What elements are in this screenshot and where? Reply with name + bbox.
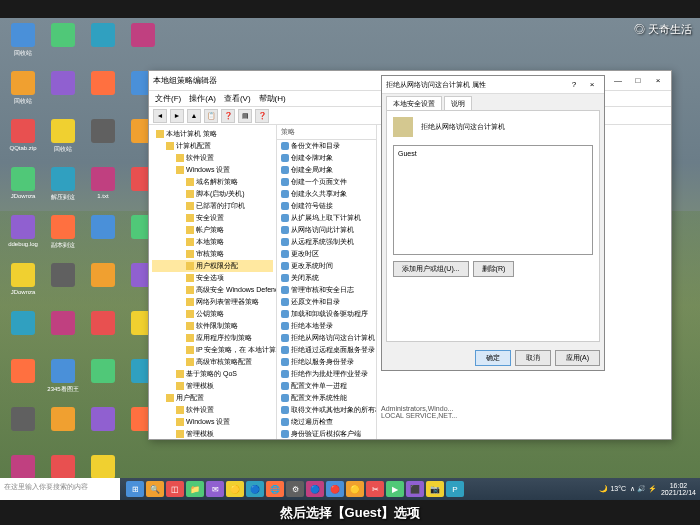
add-user-button[interactable]: 添加用户或组(U)... [393, 261, 469, 277]
policy-item[interactable]: 更改系统时间 [277, 260, 376, 272]
desktop-icon[interactable] [45, 407, 81, 449]
desktop-icon[interactable] [85, 23, 121, 65]
taskbar-item[interactable]: ⚙ [286, 481, 304, 497]
tree-node[interactable]: 公钥策略 [152, 308, 273, 320]
desktop-icon[interactable] [85, 311, 121, 353]
tree-node[interactable]: 脚本(启动/关机) [152, 188, 273, 200]
desktop-icon[interactable] [85, 71, 121, 113]
taskbar-item[interactable]: ⬛ [406, 481, 424, 497]
toolbar-button[interactable]: ◄ [153, 109, 167, 123]
tree-node[interactable]: 安全设置 [152, 212, 273, 224]
policy-item[interactable]: 取得文件或其他对象的所有权 [277, 404, 376, 416]
desktop-icon[interactable] [45, 311, 81, 353]
taskbar-item[interactable]: 🌐 [266, 481, 284, 497]
desktop-icon[interactable] [125, 23, 161, 65]
toolbar-button[interactable]: ► [170, 109, 184, 123]
menu-item[interactable]: 查看(V) [224, 93, 251, 104]
toolbar-button[interactable]: ▤ [238, 109, 252, 123]
policy-item[interactable]: 创建符号链接 [277, 200, 376, 212]
menu-item[interactable]: 文件(F) [155, 93, 181, 104]
tree-node[interactable]: 软件设置 [152, 404, 273, 416]
tree-node[interactable]: 安全选项 [152, 272, 273, 284]
desktop-icon[interactable]: 回收站 [5, 71, 41, 113]
policy-item[interactable]: 创建全局对象 [277, 164, 376, 176]
policy-item[interactable]: 更改时区 [277, 248, 376, 260]
desktop-icon[interactable]: 回收站 [45, 119, 81, 161]
taskbar-item[interactable]: 🟡 [346, 481, 364, 497]
tree-pane[interactable]: 本地计算机 策略计算机配置软件设置Windows 设置域名解析策略脚本(启动/关… [149, 125, 277, 439]
system-tray[interactable]: 🌙 13°C ∧ 🔊 ⚡ 16:02 2021/12/14 [599, 482, 696, 496]
tab-explain[interactable]: 说明 [444, 96, 472, 110]
desktop-icon[interactable] [45, 23, 81, 65]
search-input[interactable]: 在这里输入你要搜索的内容 [0, 478, 120, 500]
ok-button[interactable]: 确定 [475, 350, 511, 366]
taskbar-item[interactable]: 🟡 [226, 481, 244, 497]
tree-node[interactable]: 应用程序控制策略 [152, 332, 273, 344]
policy-item[interactable]: 配置文件系统性能 [277, 392, 376, 404]
policy-item[interactable]: 关闭系统 [277, 272, 376, 284]
dialog-titlebar[interactable]: 拒绝从网络访问这台计算机 属性 ? × [382, 76, 604, 94]
policy-item[interactable]: 配置文件单一进程 [277, 380, 376, 392]
tree-node[interactable]: 帐户策略 [152, 224, 273, 236]
toolbar-button[interactable]: 📋 [204, 109, 218, 123]
clock-time[interactable]: 16:02 [661, 482, 696, 489]
tree-node[interactable]: 高级安全 Windows Defender 防火墙 [152, 284, 273, 296]
clock-date[interactable]: 2021/12/14 [661, 489, 696, 496]
policy-item[interactable]: 从扩展坞上取下计算机 [277, 212, 376, 224]
policy-item[interactable]: 拒绝从网络访问这台计算机 [277, 332, 376, 344]
taskbar-item[interactable]: ◫ [166, 481, 184, 497]
policy-item[interactable]: 还原文件和目录 [277, 296, 376, 308]
tab-local-security[interactable]: 本地安全设置 [386, 96, 442, 110]
desktop-icon[interactable] [5, 407, 41, 449]
desktop-icon[interactable]: JDownza [5, 167, 41, 209]
desktop-icon[interactable]: 1.txt [85, 167, 121, 209]
desktop-icon[interactable] [85, 263, 121, 305]
desktop-icon[interactable] [5, 311, 41, 353]
taskbar-item[interactable]: P [446, 481, 464, 497]
toolbar-button[interactable]: ❓ [255, 109, 269, 123]
taskbar-item[interactable]: 📁 [186, 481, 204, 497]
policy-item[interactable]: 拒绝作为批处理作业登录 [277, 368, 376, 380]
tree-node[interactable]: 用户配置 [152, 392, 273, 404]
policy-item[interactable]: 创建一个页面文件 [277, 176, 376, 188]
desktop-icon[interactable]: 2345看图王 [45, 359, 81, 401]
desktop-icon[interactable] [85, 359, 121, 401]
tree-node[interactable]: 软件限制策略 [152, 320, 273, 332]
policy-list-pane[interactable]: 策略 备份文件和目录创建令牌对象创建全局对象创建一个页面文件创建永久共享对象创建… [277, 125, 377, 439]
tree-node[interactable]: 高级审核策略配置 [152, 356, 273, 368]
policy-item[interactable]: 备份文件和目录 [277, 140, 376, 152]
tree-node[interactable]: 本地计算机 策略 [152, 128, 273, 140]
minimize-button[interactable]: — [609, 74, 627, 88]
cancel-button[interactable]: 取消 [515, 350, 551, 366]
desktop-icon[interactable] [45, 263, 81, 305]
users-listbox[interactable]: Guest [393, 145, 593, 255]
policy-item[interactable]: 创建永久共享对象 [277, 188, 376, 200]
desktop-icon[interactable] [85, 215, 121, 257]
user-item-guest[interactable]: Guest [397, 149, 589, 158]
taskbar-item[interactable]: ✂ [366, 481, 384, 497]
desktop-icon[interactable]: QQtab.zip [5, 119, 41, 161]
policy-item[interactable]: 拒绝以服务身份登录 [277, 356, 376, 368]
taskbar-item[interactable]: 🔍 [146, 481, 164, 497]
policy-item[interactable]: 管理审核和安全日志 [277, 284, 376, 296]
taskbar-item[interactable]: 🔵 [246, 481, 264, 497]
tree-node[interactable]: 审核策略 [152, 248, 273, 260]
tree-node[interactable]: 管理模板 [152, 428, 273, 439]
maximize-button[interactable]: □ [629, 74, 647, 88]
policy-item[interactable]: 加载和卸载设备驱动程序 [277, 308, 376, 320]
menu-item[interactable]: 操作(A) [189, 93, 216, 104]
policy-item[interactable]: 拒绝本地登录 [277, 320, 376, 332]
tree-node[interactable]: 软件设置 [152, 152, 273, 164]
desktop-icon[interactable]: 解压到这 [45, 167, 81, 209]
tray-icon[interactable]: ∧ 🔊 ⚡ [630, 485, 657, 493]
dialog-close-button[interactable]: × [584, 79, 600, 91]
toolbar-button[interactable]: ▲ [187, 109, 201, 123]
policy-item[interactable]: 从远程系统强制关机 [277, 236, 376, 248]
desktop-icon[interactable]: 副本到这 [45, 215, 81, 257]
taskbar-item[interactable]: 🔴 [326, 481, 344, 497]
desktop-icon[interactable] [5, 359, 41, 401]
dialog-help-button[interactable]: ? [566, 79, 582, 91]
desktop-icon[interactable] [85, 119, 121, 161]
weather-widget[interactable]: 🌙 13°C [599, 485, 626, 493]
tree-node[interactable]: 已部署的打印机 [152, 200, 273, 212]
